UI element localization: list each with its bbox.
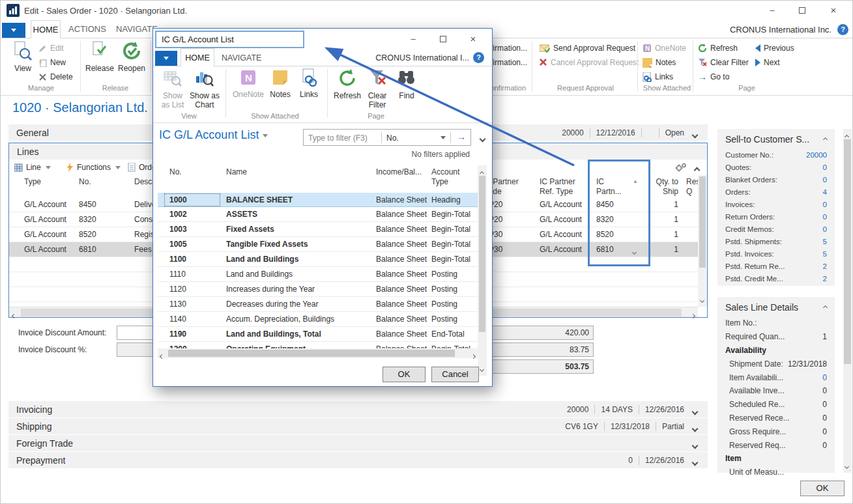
refresh-icon: [698, 44, 707, 53]
dialog-maximize-button[interactable]: [435, 33, 452, 45]
dialog-links-button[interactable]: Links: [296, 68, 322, 99]
minimize-button[interactable]: –: [762, 5, 782, 16]
filter-go-icon[interactable]: →: [457, 132, 466, 142]
dialog-tab-navigate[interactable]: NAVIGATE: [222, 53, 261, 63]
filter-field-dropdown-icon[interactable]: [441, 136, 446, 139]
tab-actions[interactable]: ACTIONS: [67, 20, 108, 38]
gl-account-row[interactable]: 1003 Fixed Assets Balance Sheet Begin-To…: [158, 222, 478, 237]
functions-menu-button[interactable]: Functions: [66, 161, 121, 173]
app-menu-button[interactable]: [2, 23, 25, 38]
col-account-type[interactable]: AccountType: [431, 167, 459, 187]
release-button[interactable]: Release: [84, 41, 115, 73]
factbox-row: Unit of Measu...: [717, 466, 835, 479]
lines-vscrollbar[interactable]: [698, 175, 707, 307]
show-as-chart-button[interactable]: Show asChart: [189, 68, 220, 109]
dialog-tab-home[interactable]: HOME: [181, 48, 214, 66]
gl-account-row[interactable]: 1140 Accum. Depreciation, Buildings Bala…: [158, 312, 478, 327]
clear-filter-icon: [368, 68, 387, 88]
help-icon[interactable]: ?: [837, 24, 848, 35]
links-button[interactable]: Links: [643, 71, 673, 83]
gl-account-row[interactable]: 1005 Tangible Fixed Assets Balance Sheet…: [158, 237, 478, 252]
dialog-close-button[interactable]: ×: [465, 33, 482, 45]
invoice-discount-amount-label: Invoice Discount Amount:: [18, 328, 106, 337]
gear-icon[interactable]: [675, 163, 687, 173]
gl-account-row[interactable]: 1002 ASSETS Balance Sheet Begin-Total: [158, 207, 478, 222]
gl-account-row[interactable]: 1190 Land and Buildings, Total Balance S…: [158, 327, 478, 342]
filter-input[interactable]: Type to filter (F3): [308, 133, 368, 143]
onenote-icon: N: [239, 68, 257, 87]
notes-button[interactable]: Notes: [643, 57, 676, 68]
gl-account-row[interactable]: 1000 BALANCE SHEET Balance Sheet Heading: [158, 193, 478, 207]
line-menu-button[interactable]: Line: [14, 161, 51, 173]
new-icon: ✳: [38, 59, 47, 67]
chevron-up-icon[interactable]: [694, 167, 701, 174]
next-button[interactable]: Next: [755, 57, 780, 68]
maximize-button[interactable]: [792, 5, 812, 16]
reopen-button[interactable]: Reopen: [117, 41, 147, 73]
cancel-approval-button[interactable]: Cancel Approval Request: [540, 57, 639, 68]
go-to-button[interactable]: → Go to: [698, 71, 729, 83]
dialog-minimize-button[interactable]: –: [405, 33, 422, 45]
dialog-clear-filter-button[interactable]: ClearFilter: [364, 68, 391, 109]
chevron-down-icon[interactable]: [692, 460, 699, 466]
fasttab-shipping[interactable]: Shipping CV6 1GY12/31/2018Partial: [8, 418, 708, 434]
gl-account-row[interactable]: 1110 Land and Buildings Balance Sheet Po…: [158, 267, 478, 282]
tab-home[interactable]: HOME: [31, 20, 61, 39]
show-as-chart-icon: [195, 68, 214, 88]
clear-filter-button[interactable]: Clear Filter: [698, 57, 749, 68]
dialog-app-menu-button[interactable]: [155, 51, 177, 66]
col-no[interactable]: No.: [169, 167, 182, 177]
refresh-button[interactable]: Refresh: [698, 42, 738, 54]
next-icon: [755, 59, 760, 66]
ribbon-separator: [532, 41, 532, 92]
company-name[interactable]: CRONUS International Inc.: [730, 25, 831, 35]
fasttab-foreign-trade[interactable]: Foreign Trade: [8, 435, 708, 451]
dialog-ok-button[interactable]: OK: [383, 367, 426, 382]
dialog-refresh-button[interactable]: Refresh: [332, 68, 362, 100]
col-income-balance[interactable]: Income/Bal...: [376, 167, 422, 177]
view-button[interactable]: View: [8, 41, 37, 73]
chevron-down-icon[interactable]: [692, 409, 699, 415]
onenote-button[interactable]: N OneNote: [643, 42, 686, 54]
filter-pane-chevron-icon[interactable]: [480, 136, 486, 143]
links-icon: [643, 72, 652, 82]
col-ic-partner-ref-type[interactable]: IC PartnerRef. Type: [540, 177, 575, 197]
dialog-find-button[interactable]: Find: [394, 68, 420, 100]
previous-button[interactable]: Previous: [755, 42, 794, 54]
gl-account-row[interactable]: 1100 Land and Buildings Balance Sheet Be…: [158, 252, 478, 267]
titlebar: Edit - Sales Order - 1020 · Selangorian …: [1, 1, 853, 20]
collapse-icon[interactable]: [823, 305, 828, 309]
ribbon-separator: [151, 41, 151, 92]
filter-field-select[interactable]: No.: [386, 133, 399, 143]
onenote-icon: N: [643, 44, 652, 53]
show-as-list-button[interactable]: Showas List: [158, 68, 188, 109]
col-type[interactable]: Type: [24, 177, 41, 187]
ok-button-main[interactable]: OK: [800, 481, 845, 496]
close-button[interactable]: ×: [824, 5, 843, 16]
edit-button[interactable]: Edit: [38, 42, 64, 54]
new-button[interactable]: ✳ New: [38, 57, 66, 68]
col-no[interactable]: No.: [79, 177, 91, 187]
caption-dropdown-icon[interactable]: [263, 134, 268, 137]
group-show-attached: Show Attached: [626, 84, 708, 92]
dialog-vscrollbar[interactable]: [478, 165, 487, 376]
dialog-notes-button[interactable]: Notes: [267, 68, 293, 99]
dialog-help-icon[interactable]: ?: [473, 52, 484, 63]
delete-button[interactable]: Delete: [38, 71, 73, 83]
send-approval-button[interactable]: Send Approval Request: [540, 42, 635, 54]
sidebar-scrollbar[interactable]: [843, 129, 852, 473]
chevron-down-icon[interactable]: [692, 426, 699, 432]
gl-account-row[interactable]: 1130 Decreases during the Year Balance S…: [158, 297, 478, 312]
collapse-icon[interactable]: [823, 137, 828, 141]
dialog-hscrollbar[interactable]: [158, 348, 478, 358]
dialog-cancel-button[interactable]: Cancel: [431, 367, 479, 382]
chevron-down-icon[interactable]: [692, 443, 699, 449]
fasttab-invoicing[interactable]: Invoicing 2000014 DAYS12/26/2016: [8, 401, 708, 417]
view-icon: [13, 41, 33, 61]
dialog-onenote-button[interactable]: N OneNote: [228, 68, 268, 99]
fasttab-prepayment[interactable]: Prepayment 012/26/2016: [8, 452, 708, 468]
gl-account-row[interactable]: 1120 Increases during the Year Balance S…: [158, 282, 478, 297]
chevron-down-icon[interactable]: [692, 132, 699, 139]
dialog-title-box[interactable]: IC G/L Account List: [155, 31, 304, 48]
col-name[interactable]: Name: [226, 167, 247, 177]
